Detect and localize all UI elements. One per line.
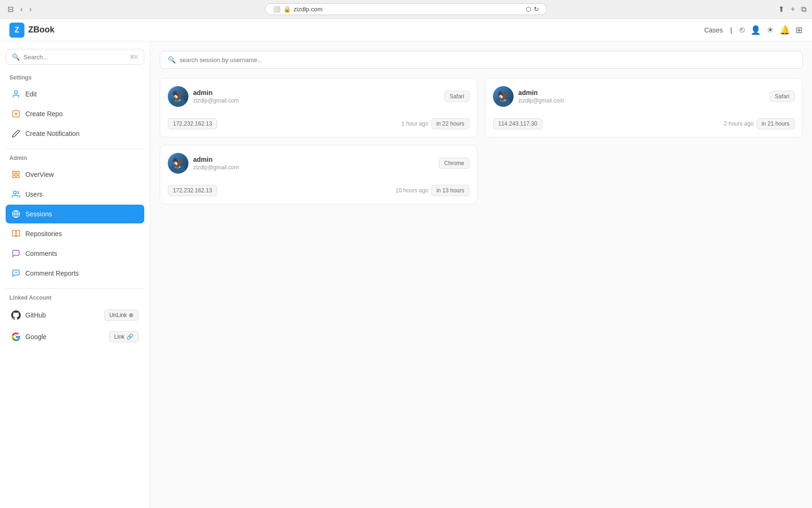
svg-rect-4 xyxy=(13,171,15,174)
svg-rect-6 xyxy=(13,175,15,178)
sidebar-item-overview[interactable]: OverView xyxy=(6,165,144,184)
create-repo-label: Create Repo xyxy=(25,110,62,118)
sidebar-item-google[interactable]: Google Link 🔗 xyxy=(6,326,144,347)
url-text: zizdlp.com xyxy=(294,6,322,13)
time-ago-1: 1 hour ago xyxy=(401,120,428,127)
browser-tag-2: Safari xyxy=(770,91,795,102)
comment-reports-label: Comment Reports xyxy=(25,270,79,277)
user-icon[interactable]: 👤 xyxy=(750,25,761,35)
sidebar-item-repositories[interactable]: Repositories xyxy=(6,224,144,243)
header-icons: ⎋ 👤 ☀ 🔔 ⊞ xyxy=(740,25,803,35)
reload-icon[interactable]: ↻ xyxy=(534,6,539,13)
browser-tag-3: Chrome xyxy=(439,158,469,169)
github-label: GitHub xyxy=(25,311,46,319)
google-link-button[interactable]: Link 🔗 xyxy=(109,331,139,342)
edit-icon xyxy=(11,89,21,99)
ip-1: 172.232.162.13 xyxy=(168,118,217,129)
username-2: admin xyxy=(518,89,765,96)
session-card-2-header: admin zizdlp@gmail.com Safari xyxy=(493,86,795,107)
svg-rect-7 xyxy=(17,175,19,178)
session-card-1[interactable]: admin zizdlp@gmail.com Safari 172.232.16… xyxy=(160,78,477,137)
create-notification-icon xyxy=(11,129,21,138)
main-layout: 🔍 ⌘K Settings Edit Crea xyxy=(0,41,812,508)
session-card-3[interactable]: admin zizdlp@gmail.com Chrome 172.232.16… xyxy=(160,145,477,204)
email-2: zizdlp@gmail.com xyxy=(518,97,765,104)
create-repo-icon xyxy=(11,109,21,119)
logout-icon[interactable]: ⎋ xyxy=(740,25,745,35)
share-icon[interactable]: ⬆ xyxy=(778,5,784,14)
session-footer-1: 172.232.162.13 1 hour ago in 22 hours xyxy=(168,118,469,129)
settings-section-label: Settings xyxy=(6,74,144,81)
divider-2 xyxy=(6,288,144,289)
time-ago-3: 10 hours ago xyxy=(396,187,429,194)
email-3: zizdlp@gmail.com xyxy=(193,164,434,171)
time-expires-2: in 21 hours xyxy=(757,118,795,129)
browser-controls: ⊟ ‹ › xyxy=(6,4,34,15)
linked-section-label: Linked Account xyxy=(6,294,144,301)
grid-icon[interactable]: ⊞ xyxy=(796,25,803,35)
sidebar-item-create-notification[interactable]: Create Notification xyxy=(6,124,144,143)
sidebar-search-icon: 🔍 xyxy=(12,53,20,61)
avatar-3 xyxy=(168,153,188,174)
github-unlink-button[interactable]: UnLink ⊗ xyxy=(104,310,139,321)
edit-label: Edit xyxy=(25,90,37,98)
user-info-3: admin zizdlp@gmail.com xyxy=(193,156,434,171)
windows-icon[interactable]: ⧉ xyxy=(801,5,806,14)
lock-icon: 🔒 xyxy=(283,6,291,13)
sidebar: 🔍 ⌘K Settings Edit Crea xyxy=(0,41,150,508)
svg-rect-5 xyxy=(17,171,19,174)
users-label: Users xyxy=(25,190,43,198)
repositories-label: Repositories xyxy=(25,230,62,238)
content-search-input[interactable] xyxy=(180,56,795,64)
address-bar[interactable]: ⬜ 🔒 zizdlp.com ⬡ ↻ xyxy=(265,3,547,15)
google-label: Google xyxy=(25,333,47,341)
svg-point-8 xyxy=(14,191,16,194)
time-expires-3: in 13 hours xyxy=(431,185,469,196)
notification-icon[interactable]: 🔔 xyxy=(780,25,790,35)
cases-link[interactable]: Cases xyxy=(704,26,723,34)
svg-point-0 xyxy=(15,91,17,94)
tab-icon: ⬜ xyxy=(273,6,281,13)
sidebar-item-comments[interactable]: Comments xyxy=(6,244,144,263)
session-footer-2: 114.243.117.30 2 hours ago in 21 hours xyxy=(493,118,795,129)
sidebar-toggle-btn[interactable]: ⊟ xyxy=(6,4,16,15)
admin-section-label: Admin xyxy=(6,155,144,161)
header-right: Cases | ⎋ 👤 ☀ 🔔 ⊞ xyxy=(704,25,803,35)
ip-3: 172.232.162.13 xyxy=(168,185,217,196)
logo-icon: Z xyxy=(9,23,24,38)
sidebar-item-users[interactable]: Users xyxy=(6,185,144,204)
sidebar-item-edit[interactable]: Edit xyxy=(6,85,144,103)
comment-reports-icon xyxy=(11,269,21,278)
sidebar-search-container[interactable]: 🔍 ⌘K xyxy=(6,49,144,65)
translate-icon: ⬡ xyxy=(526,6,531,13)
sidebar-search-input[interactable] xyxy=(23,54,126,61)
session-card-2[interactable]: admin zizdlp@gmail.com Safari 114.243.11… xyxy=(485,78,803,137)
browser-actions: ⬆ ＋ ⧉ xyxy=(778,4,806,14)
new-tab-icon[interactable]: ＋ xyxy=(789,4,796,14)
sidebar-item-sessions[interactable]: Sessions xyxy=(6,205,144,223)
sidebar-item-github[interactable]: GitHub UnLink ⊗ xyxy=(6,305,144,325)
time-ago-2: 2 hours ago xyxy=(724,120,753,127)
sessions-icon xyxy=(11,209,21,219)
create-notification-label: Create Notification xyxy=(25,130,79,137)
ip-2: 114.243.117.30 xyxy=(493,118,542,129)
session-card-3-header: admin zizdlp@gmail.com Chrome xyxy=(168,153,469,174)
session-card-1-header: admin zizdlp@gmail.com Safari xyxy=(168,86,469,107)
session-grid: admin zizdlp@gmail.com Safari 172.232.16… xyxy=(160,78,803,204)
forward-btn[interactable]: › xyxy=(27,4,33,15)
sidebar-item-comment-reports[interactable]: Comment Reports xyxy=(6,264,144,283)
divider-1 xyxy=(6,149,144,149)
link-icon: 🔗 xyxy=(126,333,133,340)
sessions-label: Sessions xyxy=(25,210,52,218)
avatar-1 xyxy=(168,86,188,107)
sidebar-item-create-repo[interactable]: Create Repo xyxy=(6,104,144,123)
email-1: zizdlp@gmail.com xyxy=(193,97,440,104)
user-info-2: admin zizdlp@gmail.com xyxy=(518,89,765,104)
unlink-icon: ⊗ xyxy=(129,312,133,318)
overview-label: OverView xyxy=(25,171,54,178)
theme-icon[interactable]: ☀ xyxy=(766,25,774,35)
back-btn[interactable]: ‹ xyxy=(18,4,24,15)
comments-icon xyxy=(11,249,21,258)
content-search-container[interactable]: 🔍 xyxy=(160,51,803,69)
app-logo[interactable]: Z ZBook xyxy=(9,23,55,38)
